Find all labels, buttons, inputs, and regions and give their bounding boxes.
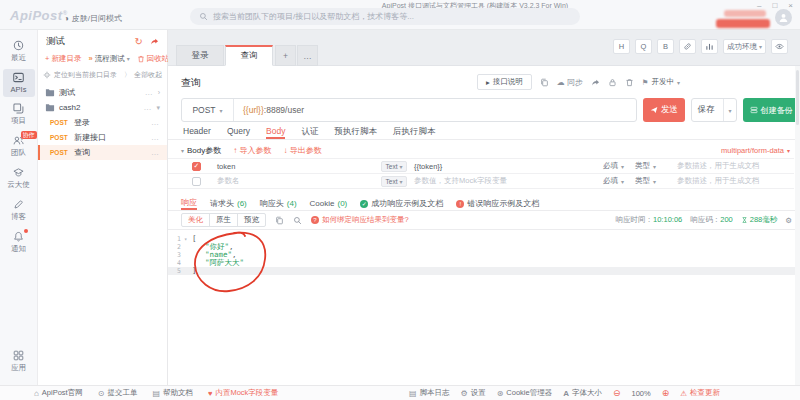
sidebar-item-notifications[interactable]: 通知 — [3, 228, 35, 257]
search-response-icon[interactable] — [293, 216, 302, 225]
tool-h-button[interactable]: H — [613, 39, 630, 54]
recycle-bin-button[interactable]: 回收站 — [137, 54, 170, 64]
save-button[interactable]: 保存▾ — [691, 98, 737, 122]
tab-header[interactable]: Header — [183, 126, 211, 139]
save-caret[interactable]: ▾ — [723, 99, 736, 121]
param-checkbox[interactable] — [192, 177, 201, 186]
tab-request-headers[interactable]: 请求头 (6) — [210, 197, 247, 210]
locate-current-api[interactable]: 定位到当前接口目录 — [54, 70, 117, 80]
param-value-field[interactable]: 参数值，支持Mock字段变量 — [414, 176, 596, 186]
share-project-icon[interactable] — [150, 37, 159, 46]
sidebar-item-projects[interactable]: 项目 — [3, 100, 35, 129]
target-icon[interactable] — [43, 71, 51, 79]
sidebar-item-recent[interactable]: 最近 — [3, 37, 35, 66]
row-more-icon[interactable]: … — [151, 118, 160, 127]
tab-error-example[interactable]: !错误响应示例及文档 — [456, 197, 539, 210]
cookie-manager-button[interactable]: ⊛Cookie管理器 — [497, 388, 553, 398]
new-directory-button[interactable]: + 新建目录 — [45, 54, 81, 64]
mode-beautify[interactable]: 美化 — [182, 214, 210, 226]
tab-login[interactable]: 登录 — [176, 45, 224, 66]
tab-post-script[interactable]: 后执行脚本 — [393, 126, 436, 139]
tab-success-example[interactable]: ✓成功响应示例及文档 — [360, 197, 443, 210]
tab-response[interactable]: 响应 — [181, 197, 197, 210]
sidebar-item-ambassador[interactable]: 云大使 — [3, 164, 35, 193]
param-name-field[interactable]: 参数名 — [217, 176, 381, 186]
method-select[interactable]: POST▾ — [182, 99, 234, 121]
api-description-button[interactable]: ▸接口说明 — [477, 74, 532, 90]
check-update-button[interactable]: ⚠检查更新 — [680, 388, 720, 398]
maximize-button[interactable]: □ — [772, 1, 777, 10]
tab-query[interactable]: 查询 — [225, 45, 273, 66]
mode-preview[interactable]: 预览 — [238, 214, 265, 226]
sidebar-item-apps[interactable]: 应用 — [3, 347, 35, 376]
zoom-in-button[interactable]: ⊕ — [662, 388, 670, 398]
add-tab-button[interactable]: + — [275, 45, 296, 66]
zoom-out-button[interactable]: ⊖ — [613, 388, 621, 398]
tree-request-query[interactable]: POST 查询 … — [38, 145, 167, 160]
theme-toggle[interactable]: ◑ 皮肤/日间模式 — [64, 13, 122, 24]
environment-select[interactable]: 成功环境▾ — [723, 39, 766, 54]
sidebar-item-apis[interactable]: APIs — [3, 69, 35, 97]
body-params-title[interactable]: ▾Body参数 — [181, 145, 221, 156]
param-datatype-select[interactable]: 类型▾ — [635, 161, 673, 171]
close-button[interactable]: × — [788, 1, 793, 10]
param-name-field[interactable]: token — [217, 162, 381, 171]
collapse-all[interactable]: 全部收起 — [134, 70, 162, 80]
scrollbar-thumb[interactable] — [796, 70, 799, 125]
fold-icon[interactable]: ▾ — [184, 235, 192, 243]
row-more-icon[interactable]: … — [151, 133, 160, 142]
create-backup-button[interactable]: 创建备份 — [743, 98, 799, 122]
import-params-button[interactable]: ↑ 导入参数 — [233, 145, 271, 156]
user-avatar[interactable] — [775, 9, 792, 26]
apipost-website-link[interactable]: ⌂ApiPost官网 — [34, 388, 83, 398]
send-button[interactable]: 发送 — [643, 98, 685, 122]
tab-pre-script[interactable]: 预执行脚本 — [334, 126, 377, 139]
copy-response-icon[interactable] — [275, 216, 284, 225]
stats-icon[interactable] — [701, 39, 718, 54]
param-required-select[interactable]: 必填▾ — [603, 161, 635, 171]
eye-icon[interactable] — [771, 39, 788, 54]
flow-test-button[interactable]: »流程测试▾ — [88, 54, 129, 64]
tree-request-new-api[interactable]: POST 新建接口 … — [38, 130, 167, 145]
search-input[interactable] — [213, 12, 571, 21]
tree-request-login[interactable]: POST 登录 … — [38, 115, 167, 130]
share-icon[interactable] — [591, 78, 600, 87]
minimize-button[interactable]: – — [757, 1, 761, 10]
response-editor[interactable]: 1▾[ 2"你好", 3"name", 4"阿萨大大" 5] — [168, 229, 800, 385]
script-log-button[interactable]: ▤脚本日志 — [409, 388, 450, 398]
bind-variable-help[interactable]: ?如何绑定响应结果到变量? — [311, 215, 409, 225]
tab-auth[interactable]: 认证 — [301, 126, 318, 139]
param-desc-field[interactable]: 参数描述，用于生成文档 — [677, 176, 760, 186]
tool-q-button[interactable]: Q — [635, 39, 652, 54]
tab-query-params[interactable]: Query — [227, 126, 250, 139]
sidebar-item-team[interactable]: 协作 团队 — [3, 132, 35, 161]
refresh-icon[interactable]: ↻ — [135, 36, 143, 47]
tab-cookie[interactable]: Cookie (0) — [310, 197, 348, 210]
param-datatype-select[interactable]: 类型▾ — [635, 176, 673, 186]
param-type-select[interactable]: Text▾ — [381, 161, 407, 172]
tab-response-headers[interactable]: 响应头 (4) — [260, 197, 297, 210]
row-more-icon[interactable]: … — [151, 148, 160, 157]
tab-body[interactable]: Body — [266, 126, 285, 139]
response-settings-gear-icon[interactable]: ⚙ — [785, 216, 792, 225]
help-docs-link[interactable]: ▤帮助文档 — [152, 388, 193, 398]
link-icon[interactable] — [679, 39, 696, 54]
trash-icon[interactable] — [625, 78, 634, 87]
content-type-select[interactable]: multipart/form-data▾ — [721, 146, 790, 155]
sidebar-item-blog[interactable]: 博客 — [3, 196, 35, 225]
mode-raw[interactable]: 原生 — [210, 214, 238, 226]
font-size-button[interactable]: A字体大小 — [563, 388, 602, 398]
param-desc-field[interactable]: 参数描述，用于生成文档 — [677, 161, 760, 171]
lock-icon[interactable] — [608, 78, 617, 87]
cloud-sync-button[interactable]: ☁同步 — [557, 77, 583, 88]
tree-folder-test[interactable]: 测试 … › — [38, 85, 167, 100]
status-select[interactable]: ⚑开发中▾ — [642, 77, 680, 87]
submit-ticket-link[interactable]: ⊙提交工单 — [98, 388, 138, 398]
mock-variables-link[interactable]: ♥内置Mock字段变量 — [208, 388, 278, 398]
tool-b-button[interactable]: B — [657, 39, 674, 54]
param-checkbox[interactable]: ✓ — [192, 162, 201, 171]
param-type-select[interactable]: Text▾ — [381, 176, 407, 187]
tab-more-button[interactable]: … — [297, 45, 318, 66]
export-params-button[interactable]: ↓ 导出参数 — [283, 145, 321, 156]
tree-folder-cash2[interactable]: cash2 … ▾ — [38, 100, 167, 115]
